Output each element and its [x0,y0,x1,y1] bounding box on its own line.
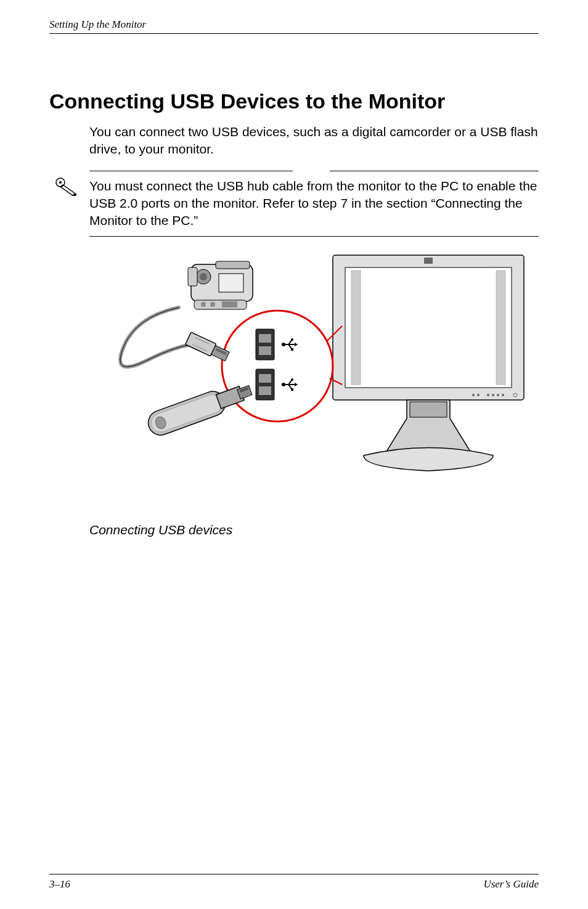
svg-rect-22 [259,374,271,383]
svg-rect-23 [259,386,271,395]
svg-rect-21 [256,369,274,400]
page-footer: 3–16 User’s Guide [49,874,539,891]
svg-rect-39 [188,267,197,286]
main-heading: Connecting USB Devices to the Monitor [49,89,539,113]
svg-point-43 [201,302,206,307]
svg-rect-3 [345,267,512,388]
svg-rect-29 [291,348,293,351]
svg-point-38 [200,273,207,280]
svg-rect-40 [216,261,250,269]
svg-point-8 [477,394,480,396]
svg-rect-14 [410,402,447,417]
svg-point-12 [502,394,504,396]
svg-rect-5 [496,271,505,385]
footer-page-number: 3–16 [49,878,70,891]
footer-doc-label: User’s Guide [483,878,539,891]
svg-point-7 [472,394,475,396]
svg-point-27 [291,338,293,341]
svg-rect-18 [256,329,274,360]
svg-rect-41 [219,274,243,292]
svg-rect-46 [185,332,216,356]
svg-rect-35 [291,388,293,391]
page-header: Setting Up the Monitor [49,18,539,34]
svg-rect-6 [424,258,433,264]
svg-point-11 [497,394,499,396]
intro-paragraph: You can connect two USB devices, such as… [89,123,539,158]
svg-point-10 [492,394,494,396]
note-box: You must connect the USB hub cable from … [89,171,539,237]
svg-point-33 [291,378,293,381]
svg-rect-4 [351,271,361,385]
pencil-note-icon [55,177,80,198]
svg-point-44 [210,302,215,307]
figure-illustration [89,249,539,498]
svg-point-15 [222,311,333,422]
svg-point-1 [59,181,62,184]
svg-point-9 [487,394,489,396]
note-text: You must connect the USB hub cable from … [89,177,539,230]
figure-caption: Connecting USB devices [89,523,539,537]
svg-rect-19 [259,334,271,343]
header-section-title: Setting Up the Monitor [49,18,146,30]
svg-rect-20 [259,346,271,355]
svg-rect-45 [222,301,237,308]
